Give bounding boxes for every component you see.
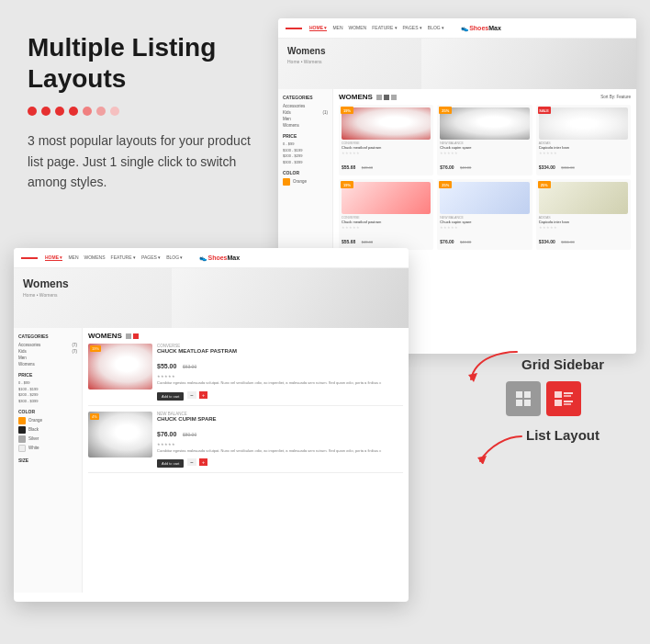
product-img-3: [539, 107, 628, 140]
product-stars-6: ★★★★★: [539, 225, 628, 230]
list-current-price-1: $55.00: [157, 363, 176, 369]
color-white-front: White: [18, 445, 77, 452]
color-swatch-black-front: [18, 426, 26, 434]
color-black-front: Black: [18, 426, 77, 434]
add-to-cart-1[interactable]: Add to cart: [157, 392, 184, 401]
view-toggles-front: [126, 333, 139, 339]
list-img-2: 4%: [88, 412, 152, 458]
color-label-white-front: White: [28, 446, 39, 450]
product-price-5: $76.00 $40.00: [440, 231, 529, 247]
sidebar-kids-front: Kids(7): [18, 349, 77, 354]
sidebar-color-title: COLOR: [283, 170, 328, 175]
nav-links-front: HOME ▾ MEN WOMENS FEATURE ▾ PAGES ▾ BLOG…: [45, 254, 183, 261]
product-img-2: [440, 107, 529, 140]
product-name-1: Chuck meatloaf pastram: [342, 145, 431, 150]
color-swatch-orange: [283, 178, 290, 186]
color-swatch-white-front: [18, 445, 26, 452]
color-label-silver-front: Silver: [28, 436, 39, 441]
logo-front: 👟ShoesMax: [199, 254, 240, 262]
left-panel: Multiple Listing Layouts 3 most popular …: [28, 32, 266, 192]
product-price-3: $334.00 $311.00: [539, 156, 628, 173]
dot-5: [83, 107, 92, 116]
color-label-orange-front: Orange: [28, 418, 42, 423]
badge-4: 19%: [341, 181, 353, 188]
nav-hamburger: [286, 28, 302, 29]
grid-icon[interactable]: [376, 95, 382, 100]
grid-layout-icon[interactable]: [506, 381, 541, 416]
product-price-6: $334.00 $311.00: [539, 231, 628, 247]
sidebar-womens: Womens: [283, 123, 328, 128]
grid-sidebar-label: Grid Sidebar: [521, 356, 604, 372]
list-desc-2: Curabitur egestas malesuada volutpat. Nu…: [157, 448, 403, 454]
dot-3: [55, 107, 64, 116]
mock-nav-back: HOME ▾ MEN WOMEN FEATURE ▾ PAGES ▾ BLOG …: [278, 18, 636, 39]
hero-breadcrumb-front: Home • Womens: [23, 292, 58, 298]
color-label-orange: Orange: [293, 179, 307, 184]
grid-icon-front[interactable]: [126, 333, 131, 339]
color-orange-front: Orange: [18, 417, 77, 424]
sidebar-womens-front: Womens: [18, 362, 77, 367]
hero-shoe-front: [172, 268, 409, 328]
dot-6: [96, 107, 106, 116]
nav-womens-front: WOMENS: [84, 254, 106, 261]
grid-icon-2[interactable]: [384, 95, 389, 100]
svg-rect-8: [555, 400, 562, 406]
list-icon-svg: [554, 390, 574, 407]
product-card-1: 19% CONVERSE Chuck meatloaf pastram ★★★★…: [339, 105, 433, 175]
list-stars-1: ★★★★★: [157, 374, 403, 378]
price-300-399-front: $300 - $399: [18, 399, 77, 403]
product-stars-2: ★★★★★: [440, 151, 529, 155]
main-container: Multiple Listing Layouts 3 most popular …: [0, 0, 650, 644]
sort-by: Sort By: Feature: [600, 95, 631, 99]
svg-rect-1: [516, 391, 522, 398]
layout-icons: [506, 381, 581, 416]
list-actions-2: Add to cart − +: [157, 457, 403, 468]
list-old-price-2: $80.00: [183, 432, 196, 437]
list-old-price-1: $63.00: [183, 364, 196, 369]
grid-sidebar-container: Grid Sidebar: [521, 356, 604, 373]
badge-1: 19%: [341, 107, 353, 114]
list-badge-2: 4%: [90, 413, 99, 420]
badge-3: SALE: [538, 107, 551, 114]
svg-marker-0: [468, 373, 477, 382]
svg-rect-6: [564, 392, 573, 394]
main-header-back: WOMENS Sort By: Feature: [339, 93, 631, 101]
product-stars-3: ★★★★★: [539, 151, 628, 155]
sidebar-size-title-front: SIZE: [18, 458, 77, 463]
sidebar-color-title-front: COLOR: [18, 409, 77, 414]
product-name-5: Chuck cupim spare: [440, 220, 529, 224]
product-price-1: $55.68 $43.43: [342, 156, 431, 173]
price-100-199-front: $100 - $199: [18, 387, 77, 391]
sidebar-kids: Kids(1): [283, 110, 328, 115]
svg-rect-7: [564, 395, 571, 397]
main-header-front: WOMENS: [88, 332, 403, 340]
price-200-299-front: $200 - $299: [18, 392, 77, 397]
hero-breadcrumb: Home • Womens: [287, 59, 322, 64]
list-badge-1: 19%: [90, 345, 101, 352]
list-name-1: CHUCK MEATLOAF PASTRAM: [157, 348, 403, 354]
color-label-black-front: Black: [28, 427, 39, 432]
nav-pages: PAGES ▾: [403, 25, 422, 31]
list-layout-icon[interactable]: [546, 381, 581, 416]
add-to-cart-2[interactable]: Add to cart: [157, 459, 184, 468]
qty-minus-1[interactable]: −: [187, 391, 196, 399]
list-icon-front[interactable]: [133, 333, 139, 339]
sidebar-accessories-front: Accessories(7): [18, 343, 77, 347]
product-card-6: 25% ADIDAS Capicola inter bam ★★★★★ $334…: [536, 179, 631, 250]
svg-rect-9: [564, 401, 573, 402]
list-icon[interactable]: [391, 95, 397, 100]
grid-icon-svg: [514, 390, 532, 408]
qty-plus-1[interactable]: +: [199, 391, 208, 399]
nav-men-front: MEN: [68, 254, 78, 261]
qty-plus-2[interactable]: +: [199, 458, 208, 466]
badge-2: 25%: [439, 107, 452, 114]
page-title: Multiple Listing Layouts: [28, 32, 266, 94]
mock-nav-front: HOME ▾ MEN WOMENS FEATURE ▾ PAGES ▾ BLOG…: [14, 248, 409, 268]
svg-marker-11: [477, 456, 487, 464]
product-price-2: $76.00 $40.00: [440, 156, 529, 173]
svg-rect-5: [555, 391, 562, 398]
nav-feature: FEATURE ▾: [372, 25, 397, 31]
list-current-price-2: $76.00: [157, 431, 176, 437]
qty-minus-2[interactable]: −: [187, 458, 196, 466]
color-silver-front: Silver: [18, 435, 77, 443]
